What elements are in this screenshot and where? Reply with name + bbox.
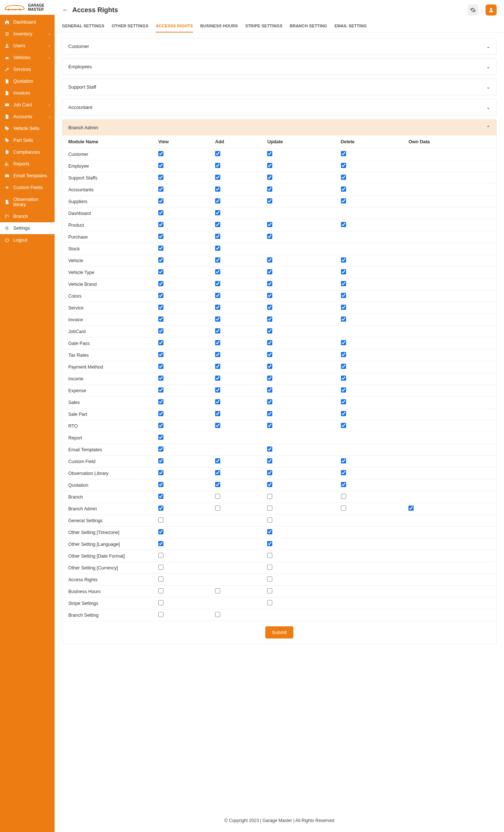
permission-checkbox[interactable] xyxy=(215,494,220,499)
permission-checkbox[interactable] xyxy=(158,198,163,203)
permission-checkbox[interactable] xyxy=(215,269,220,274)
sidebar-item-services[interactable]: Services xyxy=(0,64,55,75)
permission-checkbox[interactable] xyxy=(158,446,163,452)
permission-checkbox[interactable] xyxy=(267,269,272,274)
tab-branch-setting[interactable]: BRANCH SETTING xyxy=(290,20,327,32)
accordion-header[interactable]: Customer⌄ xyxy=(62,38,496,54)
sidebar-item-quotation[interactable]: Quotation xyxy=(0,75,55,87)
permission-checkbox[interactable] xyxy=(341,293,346,298)
permission-checkbox[interactable] xyxy=(215,198,220,203)
settings-icon-button[interactable] xyxy=(467,4,479,16)
permission-checkbox[interactable] xyxy=(341,257,346,263)
permission-checkbox[interactable] xyxy=(267,399,272,404)
permission-checkbox[interactable] xyxy=(267,576,272,582)
permission-checkbox[interactable] xyxy=(267,541,272,546)
permission-checkbox[interactable] xyxy=(267,305,272,310)
permission-checkbox[interactable] xyxy=(158,435,163,440)
permission-checkbox[interactable] xyxy=(158,257,163,263)
sidebar-item-settings[interactable]: Settings xyxy=(0,222,55,234)
permission-checkbox[interactable] xyxy=(215,364,220,369)
permission-checkbox[interactable] xyxy=(158,293,163,298)
logo[interactable]: GARAGEMASTER xyxy=(0,0,55,15)
permission-checkbox[interactable] xyxy=(215,222,220,227)
permission-checkbox[interactable] xyxy=(341,352,346,357)
permission-checkbox[interactable] xyxy=(267,328,272,333)
permission-checkbox[interactable] xyxy=(341,198,346,203)
sidebar-item-vehicle-sells[interactable]: Vehicle Sells xyxy=(0,123,55,134)
permission-checkbox[interactable] xyxy=(158,600,163,605)
sidebar-item-inventory[interactable]: Inventory› xyxy=(0,28,55,40)
permission-checkbox[interactable] xyxy=(215,151,220,156)
sidebar-item-vehicles[interactable]: Vehicles› xyxy=(0,52,55,64)
permission-checkbox[interactable] xyxy=(267,494,272,499)
sidebar-item-custom-fields[interactable]: Custom Fields xyxy=(0,182,55,194)
permission-checkbox[interactable] xyxy=(341,316,346,322)
tab-other-settings[interactable]: OTHER SETTINGS xyxy=(112,20,148,32)
submit-button[interactable]: Submit xyxy=(265,626,293,638)
permission-checkbox[interactable] xyxy=(215,482,220,487)
permission-checkbox[interactable] xyxy=(158,399,163,404)
permission-checkbox[interactable] xyxy=(158,517,163,523)
permission-checkbox[interactable] xyxy=(267,281,272,286)
permission-checkbox[interactable] xyxy=(341,470,346,475)
accordion-header[interactable]: Employees⌄ xyxy=(62,59,496,75)
permission-checkbox[interactable] xyxy=(158,506,163,511)
permission-checkbox[interactable] xyxy=(158,612,163,617)
permission-checkbox[interactable] xyxy=(215,458,220,463)
permission-checkbox[interactable] xyxy=(158,222,163,227)
permission-checkbox[interactable] xyxy=(158,387,163,393)
permission-checkbox[interactable] xyxy=(267,565,272,570)
permission-checkbox[interactable] xyxy=(215,399,220,404)
permission-checkbox[interactable] xyxy=(158,163,163,168)
permission-checkbox[interactable] xyxy=(215,352,220,357)
permission-checkbox[interactable] xyxy=(158,186,163,192)
permission-checkbox[interactable] xyxy=(267,517,272,523)
permission-checkbox[interactable] xyxy=(267,411,272,416)
permission-checkbox[interactable] xyxy=(158,565,163,570)
permission-checkbox[interactable] xyxy=(215,506,220,511)
permission-checkbox[interactable] xyxy=(267,482,272,487)
permission-checkbox[interactable] xyxy=(341,411,346,416)
permission-checkbox[interactable] xyxy=(215,210,220,215)
permission-checkbox[interactable] xyxy=(341,399,346,404)
permission-checkbox[interactable] xyxy=(158,210,163,215)
permission-checkbox[interactable] xyxy=(215,257,220,263)
permission-checkbox[interactable] xyxy=(267,364,272,369)
accordion-header[interactable]: Accountant⌄ xyxy=(62,99,496,115)
permission-checkbox[interactable] xyxy=(267,340,272,345)
permission-checkbox[interactable] xyxy=(267,352,272,357)
permission-checkbox[interactable] xyxy=(341,364,346,369)
permission-checkbox[interactable] xyxy=(215,163,220,168)
permission-checkbox[interactable] xyxy=(158,458,163,463)
permission-checkbox[interactable] xyxy=(215,612,220,617)
permission-checkbox[interactable] xyxy=(158,470,163,475)
permission-checkbox[interactable] xyxy=(267,198,272,203)
permission-checkbox[interactable] xyxy=(158,364,163,369)
sidebar-item-compliances[interactable]: Compliances xyxy=(0,146,55,158)
permission-checkbox[interactable] xyxy=(267,222,272,227)
sidebar-item-part-sells[interactable]: Part Sells xyxy=(0,134,55,146)
permission-checkbox[interactable] xyxy=(267,316,272,322)
permission-checkbox[interactable] xyxy=(267,458,272,463)
permission-checkbox[interactable] xyxy=(267,600,272,605)
permission-checkbox[interactable] xyxy=(341,151,346,156)
permission-checkbox[interactable] xyxy=(158,305,163,310)
permission-checkbox[interactable] xyxy=(408,506,414,511)
sidebar-item-dashboard[interactable]: Dashboard xyxy=(0,16,55,28)
permission-checkbox[interactable] xyxy=(341,376,346,381)
sidebar-item-accounts[interactable]: Accounts› xyxy=(0,111,55,123)
permission-checkbox[interactable] xyxy=(267,423,272,428)
permission-checkbox[interactable] xyxy=(341,482,346,487)
permission-checkbox[interactable] xyxy=(158,541,163,546)
user-avatar-button[interactable] xyxy=(486,4,497,16)
permission-checkbox[interactable] xyxy=(267,446,272,452)
permission-checkbox[interactable] xyxy=(267,529,272,534)
accordion-header[interactable]: Support Staff⌄ xyxy=(62,79,496,95)
permission-checkbox[interactable] xyxy=(341,506,346,511)
permission-checkbox[interactable] xyxy=(267,553,272,558)
permission-checkbox[interactable] xyxy=(215,281,220,286)
permission-checkbox[interactable] xyxy=(341,222,346,227)
permission-checkbox[interactable] xyxy=(267,470,272,475)
permission-checkbox[interactable] xyxy=(158,494,163,499)
permission-checkbox[interactable] xyxy=(267,163,272,168)
